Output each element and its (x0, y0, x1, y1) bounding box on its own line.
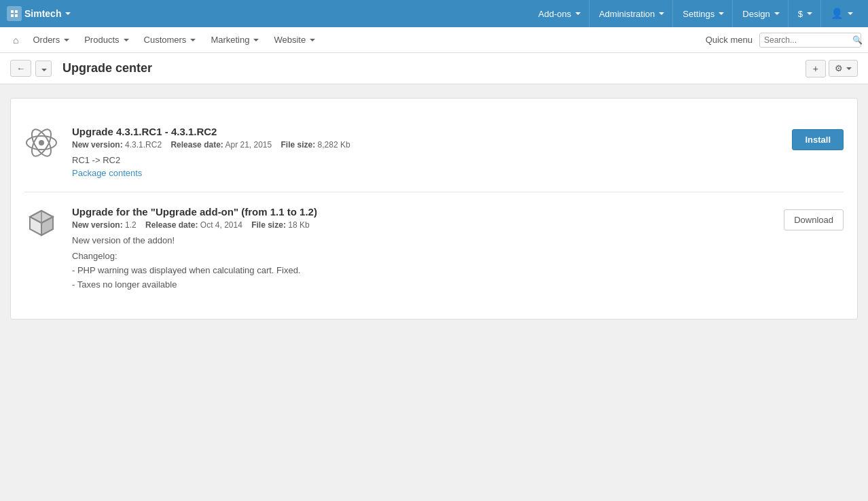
search-box: 🔍 (759, 33, 861, 48)
back-dropdown-button[interactable] (35, 61, 52, 77)
upgrade-card: Upgrade 4.3.1.RC1 - 4.3.1.RC2 New versio… (10, 98, 858, 319)
back-dropdown-icon (41, 69, 47, 71)
upgrade-action-1: Install (792, 126, 844, 150)
page-header: ← Upgrade center + ⚙ (0, 53, 868, 84)
top-bar-right: Add-ons Administration Settings Design $… (530, 0, 861, 27)
quick-menu-link[interactable]: Quick menu (706, 35, 753, 45)
brand-name: Simtech (24, 8, 61, 19)
changelog: Changelog: - PHP warning was displayed w… (72, 249, 770, 292)
settings-button[interactable]: ⚙ (829, 60, 858, 77)
upgrade-title-1: Upgrade 4.3.1.RC1 - 4.3.1.RC2 (72, 126, 778, 137)
nav-currency[interactable]: $ (790, 0, 821, 27)
upgrade-body-2: Upgrade for the "Upgrade add-on" (from 1… (72, 206, 770, 292)
brand-dropdown-icon (65, 12, 71, 15)
upgrade-icon-atom (24, 126, 58, 160)
upgrade-action-2: Download (784, 206, 844, 230)
upgrade-desc-2: New version of the addon! (72, 235, 770, 245)
top-bar: Simtech Add-ons Administration Settings … (0, 0, 868, 27)
nav-administration[interactable]: Administration (591, 0, 673, 27)
svg-rect-2 (11, 14, 14, 17)
back-button[interactable]: ← (10, 60, 31, 77)
changelog-item-1: - PHP warning was displayed when calcula… (72, 264, 770, 278)
settings-caret (719, 12, 724, 15)
search-icon: 🔍 (852, 35, 863, 45)
download-button[interactable]: Download (784, 209, 844, 230)
nav-marketing[interactable]: Marketing (204, 32, 266, 48)
secondary-nav: ⌂ Orders Products Customers Marketing We… (0, 27, 868, 53)
administration-caret (659, 12, 664, 15)
upgrade-title-2: Upgrade for the "Upgrade add-on" (from 1… (72, 206, 770, 218)
nav-design[interactable]: Design (734, 0, 788, 27)
upgrade-icon-box (24, 206, 58, 240)
brand[interactable]: Simtech (7, 6, 71, 21)
upgrade-meta-1: New version: 4.3.1.RC2 Release date: Apr… (72, 140, 778, 150)
website-caret (310, 39, 315, 41)
settings-dropdown-icon (846, 67, 852, 70)
nav-user[interactable]: 👤 (822, 0, 861, 27)
back-arrow-icon: ← (16, 63, 25, 73)
orders-caret (64, 39, 69, 41)
page-title: Upgrade center (62, 61, 152, 75)
nav-customers[interactable]: Customers (137, 32, 203, 48)
search-input[interactable] (764, 35, 852, 45)
brand-logo (7, 6, 22, 21)
products-caret (124, 39, 129, 41)
page-header-left: ← Upgrade center (10, 60, 152, 77)
nav-addons[interactable]: Add-ons (530, 0, 590, 27)
gear-icon: ⚙ (835, 63, 843, 73)
svg-point-7 (39, 140, 44, 145)
install-button[interactable]: Install (792, 129, 844, 150)
upgrade-body-1: Upgrade 4.3.1.RC1 - 4.3.1.RC2 New versio… (72, 126, 778, 178)
addons-caret (575, 12, 581, 15)
nav-website[interactable]: Website (267, 32, 322, 48)
upgrade-item-2: Upgrade for the "Upgrade add-on" (from 1… (24, 192, 844, 305)
marketing-caret (253, 39, 259, 41)
nav-products[interactable]: Products (77, 32, 135, 48)
add-button[interactable]: + (806, 60, 826, 77)
upgrade-desc-1: RC1 -> RC2 (72, 155, 778, 165)
svg-rect-3 (15, 14, 18, 17)
home-button[interactable]: ⌂ (7, 31, 24, 49)
svg-rect-0 (11, 10, 14, 13)
customers-caret (190, 39, 196, 41)
svg-rect-1 (15, 10, 18, 13)
nav-settings[interactable]: Settings (674, 0, 733, 27)
sec-nav-right: Quick menu 🔍 (706, 33, 861, 48)
user-caret (848, 12, 853, 15)
top-bar-left: Simtech (7, 6, 71, 21)
upgrade-item-1: Upgrade 4.3.1.RC1 - 4.3.1.RC2 New versio… (24, 112, 844, 192)
page-header-right: + ⚙ (806, 60, 858, 77)
changelog-item-2: - Taxes no longer available (72, 278, 770, 292)
changelog-title: Changelog: (72, 249, 770, 264)
currency-caret (807, 12, 812, 15)
design-caret (774, 12, 780, 15)
main-content: Upgrade 4.3.1.RC1 - 4.3.1.RC2 New versio… (0, 84, 868, 333)
package-contents-link[interactable]: Package contents (72, 168, 142, 178)
upgrade-meta-2: New version: 1.2 Release date: Oct 4, 20… (72, 220, 770, 230)
nav-orders[interactable]: Orders (26, 32, 76, 48)
user-icon: 👤 (831, 7, 844, 20)
